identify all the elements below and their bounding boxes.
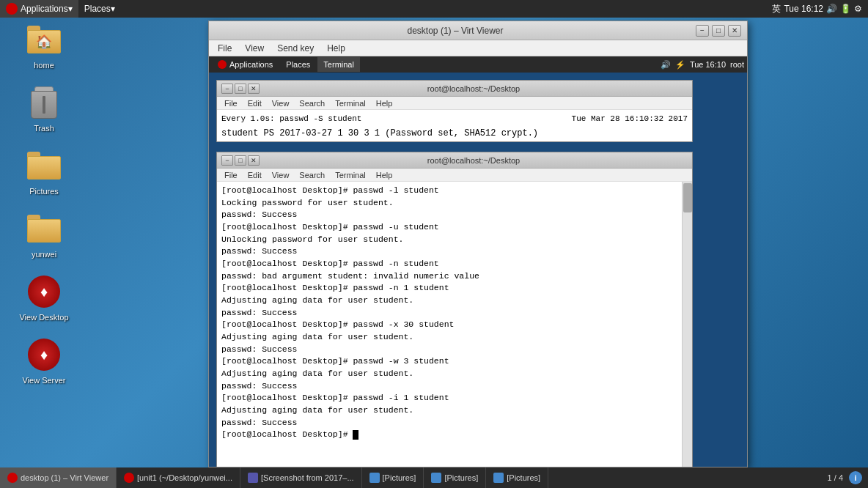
inner-time: Tue 16:10 (690, 60, 726, 69)
desktop-icon-home[interactable]: 🏠 home (15, 22, 73, 70)
menu-help[interactable]: Help (321, 42, 351, 55)
term-1-restore[interactable]: □ (235, 84, 246, 94)
t2-menu-edit[interactable]: Edit (243, 171, 266, 180)
menu-send-key[interactable]: Send key (271, 42, 320, 55)
terminal-line: passwd: Success (221, 209, 688, 221)
term-2-controls: − □ ✕ (221, 155, 260, 166)
term-1-close[interactable]: ✕ (248, 84, 260, 94)
close-button[interactable]: ✕ (728, 25, 741, 37)
volume-icon[interactable]: 🔊 (826, 4, 837, 14)
pictures-icon (26, 148, 62, 183)
terminal-2-scrollbar[interactable] (682, 182, 692, 467)
desktop-icon-trash[interactable]: Trash (15, 85, 73, 133)
terminal-window-2: − □ ✕ root@localhost:~/Desktop File Edit… (216, 152, 693, 467)
t2-menu-terminal[interactable]: Terminal (331, 171, 370, 180)
t1-menu-search[interactable]: Search (295, 99, 329, 108)
terminal-1-title: root@localhost:~/Desktop (260, 84, 688, 93)
taskbar-screenshot-label: [Screenshot from 2017–... (261, 473, 354, 482)
settings-icon[interactable]: ⚙ (854, 4, 862, 14)
terminal-line: Locking password for user student. (221, 197, 688, 210)
terminal-line: [root@localhost Desktop]# (221, 429, 688, 441)
t2-menu-view[interactable]: View (268, 171, 294, 180)
terminal-2-title: root@localhost:~/Desktop (260, 156, 688, 165)
lang-indicator[interactable]: 英 (772, 3, 781, 15)
taskbar-item-unit1[interactable]: [unit1 (~/Desktop/yunwei... (117, 467, 240, 488)
home-icon: 🏠 (26, 22, 62, 57)
terminal-container: − □ ✕ root@localhost:~/Desktop File Edit… (209, 73, 747, 467)
term-2-minimize[interactable]: − (221, 155, 233, 166)
places-label: Places (84, 4, 111, 14)
term-1-controls: − □ ✕ (221, 84, 260, 94)
window-controls-right: − □ ✕ (696, 25, 741, 37)
taskbar-item-pictures1[interactable]: [Pictures] (362, 467, 424, 488)
taskbar-desktop1-icon (7, 473, 18, 483)
scroll-thumb[interactable] (683, 183, 692, 212)
t1-menu-file[interactable]: File (220, 99, 242, 108)
taskbar-info-button[interactable]: i (849, 471, 862, 484)
menu-view[interactable]: View (239, 42, 270, 55)
desktop-icon-view-server[interactable]: ♦ View Server (15, 337, 73, 385)
terminal-line: passwd: Success (221, 417, 688, 429)
terminal-line: [root@localhost Desktop]# passwd -x 30 s… (221, 319, 688, 331)
taskbar-unit1-icon (124, 473, 134, 483)
terminal-line: Adjusting aging data for user student. (221, 368, 688, 380)
terminal-line: [root@localhost Desktop]# passwd -l stud… (221, 185, 688, 197)
t1-menu-terminal[interactable]: Terminal (331, 99, 370, 108)
terminal-line: passwd: Success (221, 307, 688, 319)
view-server-label: View Server (20, 375, 67, 385)
t2-menu-file[interactable]: File (220, 171, 242, 180)
terminal-line: [root@localhost Desktop]# passwd -w 3 st… (221, 355, 688, 368)
desktop-icon-yunwei[interactable]: yunwei (15, 211, 73, 259)
taskbar-page-indicator: 1 / 4 (828, 473, 843, 482)
view-server-icon: ♦ (26, 337, 62, 372)
terminal-line: [root@localhost Desktop]# passwd -n 1 st… (221, 282, 688, 295)
terminal-2-content[interactable]: [root@localhost Desktop]# passwd -l stud… (217, 182, 692, 467)
taskbar-screenshot-icon (248, 473, 258, 483)
applications-menu[interactable]: Applications ▾ (0, 0, 78, 18)
terminal-line: Adjusting aging data for user student. (221, 295, 688, 307)
terminal-window-1: − □ ✕ root@localhost:~/Desktop File Edit… (216, 80, 693, 142)
restore-button[interactable]: □ (712, 25, 725, 37)
home-icon-label: home (32, 60, 56, 70)
desktop-icons: 🏠 home Trash (15, 22, 73, 385)
term-1-minimize[interactable]: − (221, 84, 233, 94)
t1-menu-view[interactable]: View (268, 99, 294, 108)
top-panel: Applications ▾ Places ▾ 英 Tue 16:12 🔊 🔋 … (0, 0, 868, 18)
t1-menu-help[interactable]: Help (372, 99, 397, 108)
watch-time: Tue Mar 28 16:10:32 2017 (572, 113, 688, 125)
inner-places-label: Places (286, 60, 310, 69)
terminal-line: Unlocking password for user student. (221, 234, 688, 246)
t2-menu-help[interactable]: Help (372, 171, 397, 180)
bottom-taskbar: desktop (1) – Virt Viewer [unit1 (~/Desk… (0, 467, 868, 488)
places-menu[interactable]: Places ▾ (78, 0, 121, 18)
window-titlebar: desktop (1) – Virt Viewer − □ ✕ (209, 21, 747, 40)
t1-menu-edit[interactable]: Edit (243, 99, 266, 108)
minimize-button[interactable]: − (696, 25, 709, 37)
inner-terminal-btn[interactable]: Terminal (317, 57, 360, 72)
inner-volume-icon: 🔊 (661, 60, 671, 70)
term-2-restore[interactable]: □ (235, 155, 246, 166)
desktop-icon-view-desktop[interactable]: ♦ View Desktop (15, 274, 73, 322)
taskbar-left: desktop (1) – Virt Viewer [unit1 (~/Desk… (0, 467, 548, 488)
terminal-line: Adjusting aging data for user student. (221, 404, 688, 417)
inner-places-btn[interactable]: Places (280, 57, 316, 72)
watch-cmd-line: Every 1.0s: passwd -S student Tue Mar 28… (221, 113, 688, 125)
inner-apps-label: Applications (229, 60, 273, 69)
trash-icon-label: Trash (32, 123, 56, 133)
t2-menu-search[interactable]: Search (295, 171, 329, 180)
top-time: Tue 16:12 (784, 4, 823, 14)
taskbar-item-pictures3[interactable]: [Pictures] (486, 467, 548, 488)
top-panel-right: 英 Tue 16:12 🔊 🔋 ⚙ (772, 0, 868, 18)
inner-applications-btn[interactable]: Applications (212, 57, 279, 72)
term-2-close[interactable]: ✕ (248, 155, 260, 166)
applications-label: Applications (21, 4, 68, 14)
taskbar-item-pictures2[interactable]: [Pictures] (424, 467, 486, 488)
desktop-icon-pictures[interactable]: Pictures (15, 148, 73, 196)
menu-file[interactable]: File (212, 42, 238, 55)
terminal-1-content[interactable]: Every 1.0s: passwd -S student Tue Mar 28… (217, 110, 692, 141)
taskbar-pictures1-icon (369, 473, 380, 483)
terminal-line: passwd: bad argument student: invalid nu… (221, 270, 688, 283)
taskbar-item-desktop1[interactable]: desktop (1) – Virt Viewer (0, 467, 117, 488)
taskbar-pictures1-label: [Pictures] (383, 473, 416, 482)
taskbar-item-screenshot[interactable]: [Screenshot from 2017–... (240, 467, 362, 488)
